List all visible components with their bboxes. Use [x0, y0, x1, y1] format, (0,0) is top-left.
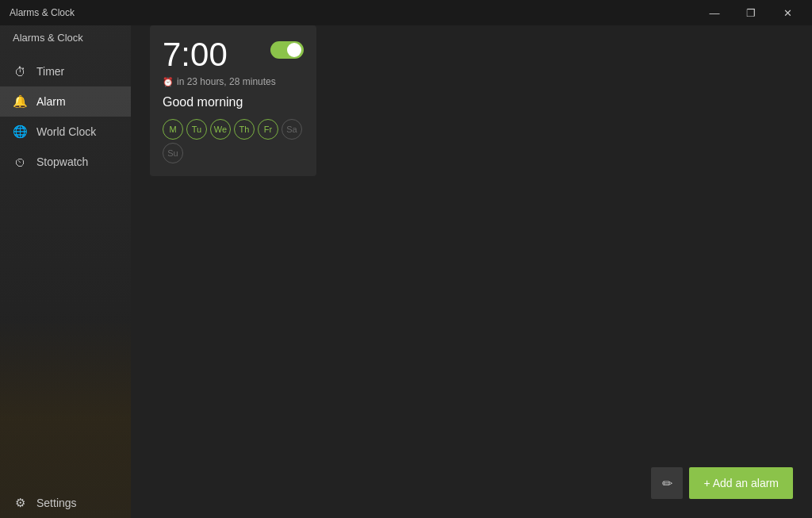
day-badge-su: Su	[163, 143, 183, 163]
title-bar: Alarms & Clock — ❐ ✕	[0, 0, 812, 25]
minimize-button[interactable]: —	[696, 0, 733, 25]
window-controls: — ❐ ✕	[696, 0, 806, 25]
sidebar-item-world-clock[interactable]: 🌐 World Clock	[0, 117, 131, 147]
timer-icon: ⏱	[13, 64, 27, 79]
sidebar: Alarms & Clock ⏱ Timer 🔔 Alarm 🌐 World C…	[0, 0, 131, 518]
day-badge-th: Th	[234, 119, 255, 140]
alarm-subtitle: ⏰ in 23 hours, 28 minutes	[163, 76, 304, 87]
bottom-toolbar: ✏ + Add an alarm	[651, 467, 793, 499]
settings-icon: ⚙	[13, 496, 27, 510]
app-container: Alarms & Clock ⏱ Timer 🔔 Alarm 🌐 World C…	[0, 0, 812, 518]
sidebar-item-world-clock-label: World Clock	[36, 125, 96, 138]
main-content: 7:00 ⏰ in 23 hours, 28 minutes Good morn…	[131, 0, 812, 518]
day-badge-sa: Sa	[282, 119, 302, 140]
world-clock-icon: 🌐	[13, 125, 27, 139]
edit-button[interactable]: ✏	[651, 467, 683, 499]
settings-item[interactable]: ⚙ Settings	[0, 488, 131, 518]
alarm-card-header: 7:00	[163, 38, 304, 71]
add-alarm-button[interactable]: + Add an alarm	[689, 467, 793, 499]
close-button[interactable]: ✕	[769, 0, 806, 25]
app-title: Alarms & Clock	[10, 7, 75, 18]
alarm-card: 7:00 ⏰ in 23 hours, 28 minutes Good morn…	[150, 25, 316, 176]
alarm-icon: 🔔	[13, 94, 27, 109]
sidebar-item-timer[interactable]: ⏱ Timer	[0, 56, 131, 86]
alarm-label: Good morning	[163, 95, 304, 109]
alarm-clock-small-icon: ⏰	[163, 77, 174, 87]
sidebar-header: Alarms & Clock	[0, 25, 131, 56]
sidebar-item-timer-label: Timer	[36, 65, 64, 78]
day-badge-m: M	[163, 119, 183, 140]
alarm-time-remaining: in 23 hours, 28 minutes	[177, 76, 276, 87]
day-badge-we: We	[210, 119, 231, 140]
toggle-knob	[287, 43, 301, 57]
sidebar-item-stopwatch-label: Stopwatch	[36, 155, 88, 168]
edit-icon: ✏	[662, 476, 672, 491]
restore-button[interactable]: ❐	[733, 0, 769, 25]
sidebar-item-alarm[interactable]: 🔔 Alarm	[0, 86, 131, 117]
settings-label: Settings	[36, 497, 77, 509]
sidebar-item-alarm-label: Alarm	[36, 95, 66, 108]
day-badge-fr: Fr	[258, 119, 278, 140]
alarm-time: 7:00	[163, 38, 228, 71]
stopwatch-icon: ⏲	[13, 155, 27, 169]
sidebar-item-stopwatch[interactable]: ⏲ Stopwatch	[0, 147, 131, 177]
day-badges: M Tu We Th Fr Sa Su	[163, 119, 304, 163]
alarm-toggle[interactable]	[270, 41, 304, 59]
day-badge-tu: Tu	[186, 119, 207, 140]
